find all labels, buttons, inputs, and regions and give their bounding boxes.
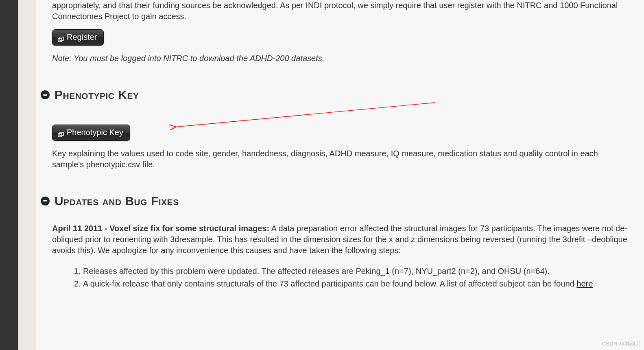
section-header-updates: Updates and Bug Fixes bbox=[41, 193, 628, 210]
list-item: Releases affected by this problem were u… bbox=[83, 266, 628, 277]
watermark: CSDN @雕刻刀 bbox=[602, 340, 641, 348]
register-button-label: Register bbox=[67, 33, 97, 42]
phenotypic-heading: Phenotypic Key bbox=[55, 87, 139, 103]
page-content: appropriately, and that their funding so… bbox=[36, 0, 644, 350]
phenotypic-key-button-label: Phenotypic Key bbox=[67, 128, 123, 137]
phenotypic-section-body: Phenotypic Key Key explaining the values… bbox=[52, 117, 628, 170]
external-link-icon bbox=[58, 130, 64, 135]
external-link-icon bbox=[58, 35, 64, 40]
list-item-text: Releases affected by this problem were u… bbox=[83, 267, 550, 276]
update-entry-title: April 11 2011 - Voxel size fix for some … bbox=[52, 224, 269, 233]
collapse-icon[interactable] bbox=[41, 90, 50, 99]
phenotypic-description: Key explaining the values used to code s… bbox=[52, 148, 628, 170]
updates-list: Releases affected by this problem were u… bbox=[76, 266, 628, 289]
phenotypic-key-button[interactable]: Phenotypic Key bbox=[52, 125, 130, 141]
sidebar-strip bbox=[0, 0, 18, 350]
here-link[interactable]: here bbox=[576, 279, 593, 288]
intro-paragraph: appropriately, and that their funding so… bbox=[52, 0, 628, 22]
login-note: Note: You must be logged into NITRC to d… bbox=[52, 53, 628, 64]
collapse-icon[interactable] bbox=[41, 197, 50, 206]
update-entry: April 11 2011 - Voxel size fix for some … bbox=[52, 223, 628, 256]
list-item-text: A quick-fix release that only contains s… bbox=[83, 279, 576, 288]
list-item: A quick-fix release that only contains s… bbox=[83, 278, 628, 289]
section-header-phenotypic: Phenotypic Key bbox=[41, 87, 628, 103]
updates-section-body: April 11 2011 - Voxel size fix for some … bbox=[52, 223, 628, 289]
register-button[interactable]: Register bbox=[52, 29, 104, 46]
updates-heading: Updates and Bug Fixes bbox=[55, 193, 179, 210]
